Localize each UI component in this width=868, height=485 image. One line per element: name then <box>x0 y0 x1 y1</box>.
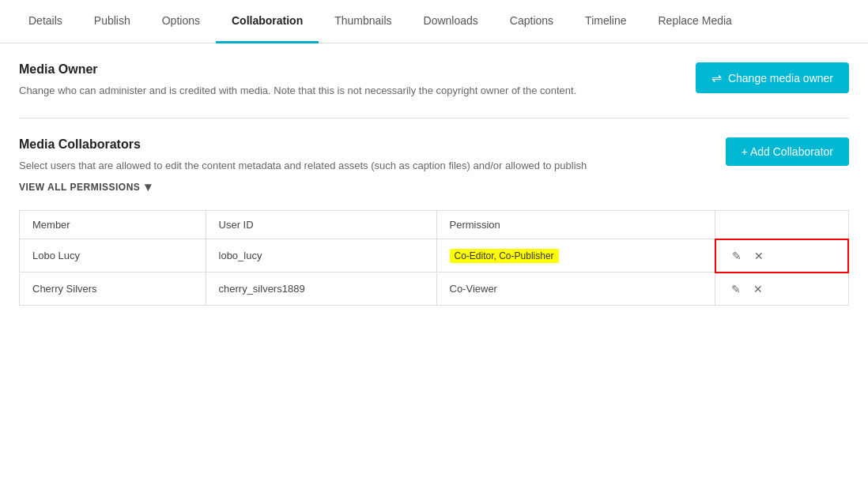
column-header-permission: Permission <box>436 211 715 239</box>
main-content: Media Owner Change who can administer an… <box>0 43 868 318</box>
cell-actions: ✎✕ <box>715 239 849 273</box>
tab-timeline[interactable]: Timeline <box>569 0 642 43</box>
media-owner-description: Change who can administer and is credite… <box>19 83 576 99</box>
column-header-user-id: User ID <box>206 211 436 239</box>
tab-publish[interactable]: Publish <box>78 0 146 43</box>
edit-button[interactable]: ✎ <box>728 281 744 297</box>
tab-downloads[interactable]: Downloads <box>408 0 494 43</box>
section-divider <box>19 118 849 118</box>
delete-button[interactable]: ✕ <box>750 281 766 297</box>
cell-permission: Co-Editor, Co-Publisher <box>436 239 715 273</box>
media-collaborators-description: Select users that are allowed to edit th… <box>19 158 587 174</box>
action-cell: ✎✕ <box>728 281 836 297</box>
change-media-owner-label: Change media owner <box>728 72 833 85</box>
cell-user-id: cherry_silvers1889 <box>206 273 436 306</box>
column-header-member: Member <box>20 211 206 239</box>
add-collaborator-label: + Add Collaborator <box>742 145 833 158</box>
cell-member: Cherry Silvers <box>20 273 206 306</box>
chevron-down-icon: ▾ <box>145 179 152 194</box>
cell-permission: Co-Viewer <box>436 273 715 306</box>
swap-icon: ⇌ <box>711 70 722 85</box>
tab-options[interactable]: Options <box>146 0 216 43</box>
delete-button[interactable]: ✕ <box>751 248 767 264</box>
tab-collaboration[interactable]: Collaboration <box>216 0 319 43</box>
media-owner-title: Media Owner <box>19 62 576 77</box>
cell-user-id: lobo_lucy <box>206 239 436 273</box>
column-header-actions <box>715 211 849 239</box>
media-collaborators-section: Media Collaborators Select users that ar… <box>19 137 849 174</box>
cell-actions: ✎✕ <box>715 273 849 306</box>
edit-button[interactable]: ✎ <box>729 248 745 264</box>
collaborators-table: Member User ID Permission Lobo Lucylobo_… <box>19 210 849 306</box>
media-collaborators-text: Media Collaborators Select users that ar… <box>19 137 587 174</box>
media-owner-text: Media Owner Change who can administer an… <box>19 62 576 99</box>
table-row: Lobo Lucylobo_lucyCo-Editor, Co-Publishe… <box>20 239 849 273</box>
action-cell: ✎✕ <box>729 248 836 264</box>
media-collaborators-title: Media Collaborators <box>19 137 587 152</box>
view-all-permissions-toggle[interactable]: VIEW ALL PERMISSIONS ▾ <box>19 179 849 194</box>
change-media-owner-button[interactable]: ⇌ Change media owner <box>696 62 849 93</box>
permission-badge: Co-Editor, Co-Publisher <box>450 249 559 263</box>
tab-captions[interactable]: Captions <box>494 0 569 43</box>
view-all-permissions-label: VIEW ALL PERMISSIONS <box>19 182 140 193</box>
tab-thumbnails[interactable]: Thumbnails <box>319 0 407 43</box>
table-header-row: Member User ID Permission <box>20 211 849 239</box>
add-collaborator-button[interactable]: + Add Collaborator <box>726 137 849 166</box>
tab-replace_media[interactable]: Replace Media <box>643 0 748 43</box>
cell-member: Lobo Lucy <box>20 239 206 273</box>
tab-details[interactable]: Details <box>13 0 78 43</box>
media-owner-section: Media Owner Change who can administer an… <box>19 62 849 99</box>
table-row: Cherry Silverscherry_silvers1889Co-Viewe… <box>20 273 849 306</box>
tab-navigation: DetailsPublishOptionsCollaborationThumbn… <box>0 0 868 43</box>
